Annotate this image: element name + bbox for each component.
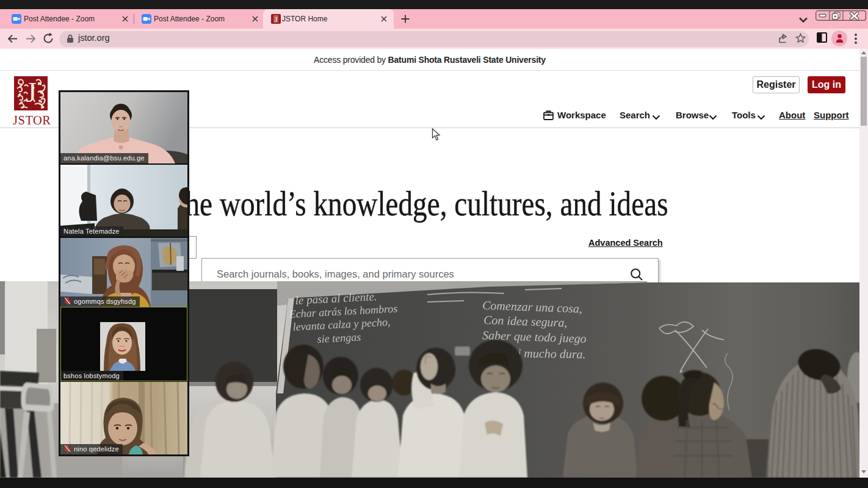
svg-text:J: J (275, 15, 278, 24)
svg-text:sie tengas: sie tengas (317, 331, 361, 345)
